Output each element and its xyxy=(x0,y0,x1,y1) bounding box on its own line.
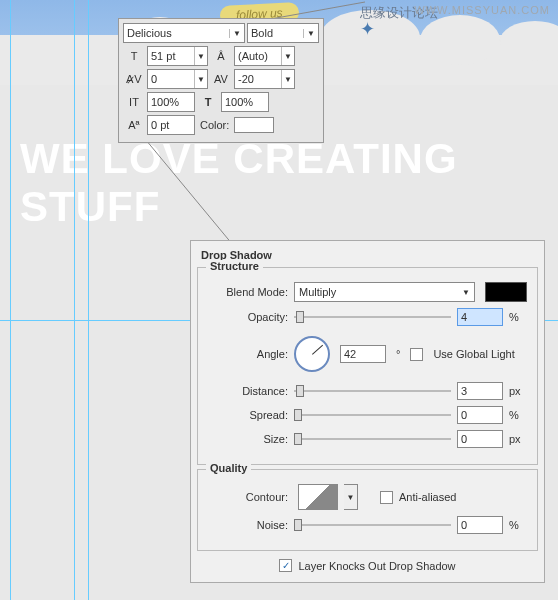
drop-shadow-panel: Drop Shadow Structure Blend Mode: Multip… xyxy=(190,240,545,583)
chevron-down-icon: ▼ xyxy=(281,47,294,65)
headline: WE LOVE CREATING STUFF xyxy=(20,135,558,231)
angle-unit: ° xyxy=(396,348,400,360)
font-family-value: Delicious xyxy=(127,27,172,39)
size-slider[interactable] xyxy=(294,430,451,448)
contour-label: Contour: xyxy=(208,491,288,503)
global-light-label: Use Global Light xyxy=(433,348,514,360)
vscale-input[interactable] xyxy=(147,92,195,112)
global-light-checkbox[interactable] xyxy=(410,348,423,361)
noise-unit: % xyxy=(509,519,527,531)
kerning-input[interactable]: ▼ xyxy=(147,69,208,89)
chevron-down-icon: ▼ xyxy=(281,70,294,88)
kerning-icon: A̷V xyxy=(123,69,145,89)
chevron-down-icon: ▼ xyxy=(303,29,315,38)
font-style-value: Bold xyxy=(251,27,273,39)
leading-icon: Â xyxy=(210,46,232,66)
angle-input[interactable]: 42 xyxy=(340,345,386,363)
blend-mode-value: Multiply xyxy=(299,286,336,298)
noise-label: Noise: xyxy=(208,519,288,531)
distance-slider[interactable] xyxy=(294,382,451,400)
shadow-color-swatch[interactable] xyxy=(485,282,527,302)
tracking-icon: AV xyxy=(210,69,232,89)
spread-slider[interactable] xyxy=(294,406,451,424)
structure-group: Structure Blend Mode: Multiply ▼ Opacity… xyxy=(197,267,538,465)
knockout-checkbox[interactable]: ✓ xyxy=(279,559,292,572)
color-swatch[interactable] xyxy=(234,117,274,133)
chevron-down-icon: ▼ xyxy=(194,47,207,65)
baseline-input[interactable] xyxy=(147,115,195,135)
spread-label: Spread: xyxy=(208,409,288,421)
guide xyxy=(88,0,89,600)
quality-group: Quality Contour: ▼ Anti-aliased Noise: 0… xyxy=(197,469,538,551)
spread-input[interactable]: 0 xyxy=(457,406,503,424)
size-label: Size: xyxy=(208,433,288,445)
anti-aliased-checkbox[interactable] xyxy=(380,491,393,504)
quality-legend: Quality xyxy=(206,462,251,474)
distance-unit: px xyxy=(509,385,527,397)
blend-mode-select[interactable]: Multiply ▼ xyxy=(294,282,475,302)
hscale-input[interactable] xyxy=(221,92,269,112)
distance-input[interactable]: 3 xyxy=(457,382,503,400)
chevron-down-icon: ▼ xyxy=(462,288,470,297)
opacity-slider[interactable] xyxy=(294,308,451,326)
size-unit: px xyxy=(509,433,527,445)
anti-aliased-label: Anti-aliased xyxy=(399,491,456,503)
angle-label: Angle: xyxy=(208,348,288,360)
noise-input[interactable]: 0 xyxy=(457,516,503,534)
character-panel: Delicious▼ Bold▼ T ▼ Â ▼ A̷V ▼ AV ▼ IT T… xyxy=(118,18,324,143)
contour-picker[interactable] xyxy=(298,484,338,510)
noise-slider[interactable] xyxy=(294,516,451,534)
guide xyxy=(74,0,75,600)
font-size-input[interactable]: ▼ xyxy=(147,46,208,66)
baseline-icon: Aª xyxy=(123,115,145,135)
structure-legend: Structure xyxy=(206,260,263,272)
guide xyxy=(10,0,11,600)
size-input[interactable]: 0 xyxy=(457,430,503,448)
hscale-icon: T xyxy=(197,92,219,112)
blend-mode-label: Blend Mode: xyxy=(208,286,288,298)
font-style-select[interactable]: Bold▼ xyxy=(247,23,319,43)
contour-dropdown[interactable]: ▼ xyxy=(344,484,358,510)
angle-dial[interactable] xyxy=(294,336,330,372)
font-size-icon: T xyxy=(123,46,145,66)
vscale-icon: IT xyxy=(123,92,145,112)
chevron-down-icon: ▼ xyxy=(194,70,207,88)
chevron-down-icon: ▼ xyxy=(229,29,241,38)
opacity-label: Opacity: xyxy=(208,311,288,323)
opacity-input[interactable]: 4 xyxy=(457,308,503,326)
spread-unit: % xyxy=(509,409,527,421)
knockout-label: Layer Knocks Out Drop Shadow xyxy=(298,560,455,572)
distance-label: Distance: xyxy=(208,385,288,397)
color-label: Color: xyxy=(197,119,232,131)
font-family-select[interactable]: Delicious▼ xyxy=(123,23,245,43)
watermark-url: WWW.MISSYUAN.COM xyxy=(414,4,550,16)
opacity-unit: % xyxy=(509,311,527,323)
tracking-input[interactable]: ▼ xyxy=(234,69,295,89)
leading-input[interactable]: ▼ xyxy=(234,46,295,66)
